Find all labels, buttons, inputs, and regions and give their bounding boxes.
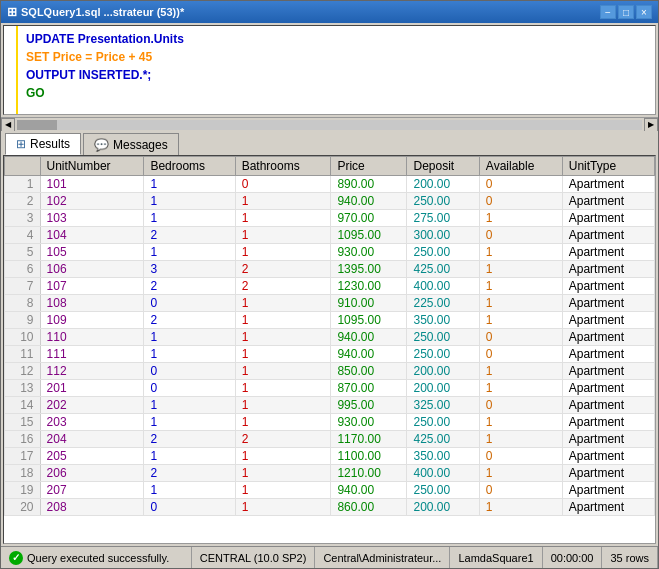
table-row: 310311970.00275.001Apartment	[5, 210, 655, 227]
cell-available: 1	[479, 363, 562, 380]
status-message-item: ✓ Query executed successfully.	[1, 547, 192, 568]
cell-rownum: 14	[5, 397, 41, 414]
cell-bedrooms: 1	[144, 397, 235, 414]
main-window: ⊞ SQLQuery1.sql ...strateur (53))* − □ ×…	[0, 0, 659, 569]
cell-unittype: Apartment	[562, 482, 654, 499]
cell-price: 850.00	[331, 363, 407, 380]
table-row: 16204221170.00425.001Apartment	[5, 431, 655, 448]
scroll-left-arrow[interactable]: ◀	[1, 118, 15, 132]
cell-bedrooms: 2	[144, 278, 235, 295]
cell-available: 0	[479, 482, 562, 499]
code-line-3: OUTPUT INSERTED.*;	[26, 66, 649, 84]
cell-available: 1	[479, 261, 562, 278]
window-icon: ⊞	[7, 5, 17, 19]
cell-deposit: 200.00	[407, 380, 479, 397]
cell-deposit: 425.00	[407, 431, 479, 448]
scroll-right-arrow[interactable]: ▶	[644, 118, 658, 132]
table-body: 110110890.00200.000Apartment210211940.00…	[5, 176, 655, 516]
cell-price: 995.00	[331, 397, 407, 414]
cell-unittype: Apartment	[562, 261, 654, 278]
cell-bedrooms: 0	[144, 499, 235, 516]
cell-rownum: 2	[5, 193, 41, 210]
scroll-track[interactable]	[17, 120, 642, 130]
cell-bathrooms: 1	[235, 244, 331, 261]
cell-available: 1	[479, 465, 562, 482]
cell-unitnumber: 207	[40, 482, 144, 499]
cell-bedrooms: 0	[144, 295, 235, 312]
cell-unitnumber: 107	[40, 278, 144, 295]
cell-deposit: 425.00	[407, 261, 479, 278]
cell-unitnumber: 203	[40, 414, 144, 431]
col-header-bathrooms: Bathrooms	[235, 157, 331, 176]
cell-deposit: 250.00	[407, 329, 479, 346]
cell-deposit: 250.00	[407, 193, 479, 210]
col-header-rownum	[5, 157, 41, 176]
cell-bathrooms: 1	[235, 448, 331, 465]
cell-bedrooms: 1	[144, 414, 235, 431]
cell-bedrooms: 2	[144, 312, 235, 329]
cell-unitnumber: 108	[40, 295, 144, 312]
cell-unitnumber: 201	[40, 380, 144, 397]
cell-price: 940.00	[331, 329, 407, 346]
cell-unittype: Apartment	[562, 295, 654, 312]
table-row: 1011011940.00250.000Apartment	[5, 329, 655, 346]
table-row: 1420211995.00325.000Apartment	[5, 397, 655, 414]
cell-available: 1	[479, 431, 562, 448]
title-bar-buttons: − □ ×	[600, 5, 652, 19]
scroll-thumb[interactable]	[17, 120, 57, 130]
cell-bathrooms: 1	[235, 329, 331, 346]
cell-unittype: Apartment	[562, 363, 654, 380]
cell-bathrooms: 2	[235, 261, 331, 278]
minimize-button[interactable]: −	[600, 5, 616, 19]
cell-bedrooms: 2	[144, 431, 235, 448]
table-wrapper[interactable]: UnitNumber Bedrooms Bathrooms Price Depo…	[4, 156, 655, 543]
cell-available: 0	[479, 397, 562, 414]
cell-price: 940.00	[331, 346, 407, 363]
cell-price: 910.00	[331, 295, 407, 312]
code-line-2: SET Price = Price + 45	[26, 48, 649, 66]
cell-rownum: 10	[5, 329, 41, 346]
cell-bathrooms: 1	[235, 295, 331, 312]
table-row: 1920711940.00250.000Apartment	[5, 482, 655, 499]
cell-bedrooms: 1	[144, 193, 235, 210]
cell-bathrooms: 1	[235, 363, 331, 380]
status-server: CENTRAL (10.0 SP2)	[192, 547, 316, 568]
col-header-deposit: Deposit	[407, 157, 479, 176]
code-scrollbar-horizontal[interactable]: ◀ ▶	[1, 117, 658, 131]
cell-rownum: 17	[5, 448, 41, 465]
results-tabs-bar: ⊞ Results 💬 Messages	[1, 131, 658, 155]
code-editor[interactable]: UPDATE Presentation.Units SET Price = Pr…	[3, 25, 656, 115]
results-tab-label: Results	[30, 137, 70, 151]
cell-bedrooms: 1	[144, 210, 235, 227]
table-row: 7107221230.00400.001Apartment	[5, 278, 655, 295]
status-bar: ✓ Query executed successfully. CENTRAL (…	[1, 546, 658, 568]
cell-price: 1230.00	[331, 278, 407, 295]
cell-unittype: Apartment	[562, 414, 654, 431]
close-button[interactable]: ×	[636, 5, 652, 19]
cell-available: 1	[479, 295, 562, 312]
cell-unittype: Apartment	[562, 312, 654, 329]
table-row: 510511930.00250.001Apartment	[5, 244, 655, 261]
status-time: 00:00:00	[543, 547, 603, 568]
cell-available: 1	[479, 210, 562, 227]
tab-messages[interactable]: 💬 Messages	[83, 133, 179, 155]
cell-price: 940.00	[331, 482, 407, 499]
cell-bedrooms: 3	[144, 261, 235, 278]
maximize-button[interactable]: □	[618, 5, 634, 19]
cell-rownum: 6	[5, 261, 41, 278]
cell-unitnumber: 204	[40, 431, 144, 448]
cell-available: 1	[479, 244, 562, 261]
cell-bedrooms: 1	[144, 329, 235, 346]
tab-results[interactable]: ⊞ Results	[5, 133, 81, 155]
cell-unitnumber: 103	[40, 210, 144, 227]
cell-bathrooms: 1	[235, 397, 331, 414]
cell-unitnumber: 206	[40, 465, 144, 482]
cell-price: 970.00	[331, 210, 407, 227]
cell-bathrooms: 1	[235, 210, 331, 227]
cell-unitnumber: 102	[40, 193, 144, 210]
table-row: 17205111100.00350.000Apartment	[5, 448, 655, 465]
cell-unitnumber: 202	[40, 397, 144, 414]
col-header-bedrooms: Bedrooms	[144, 157, 235, 176]
cell-deposit: 200.00	[407, 363, 479, 380]
cell-available: 0	[479, 227, 562, 244]
